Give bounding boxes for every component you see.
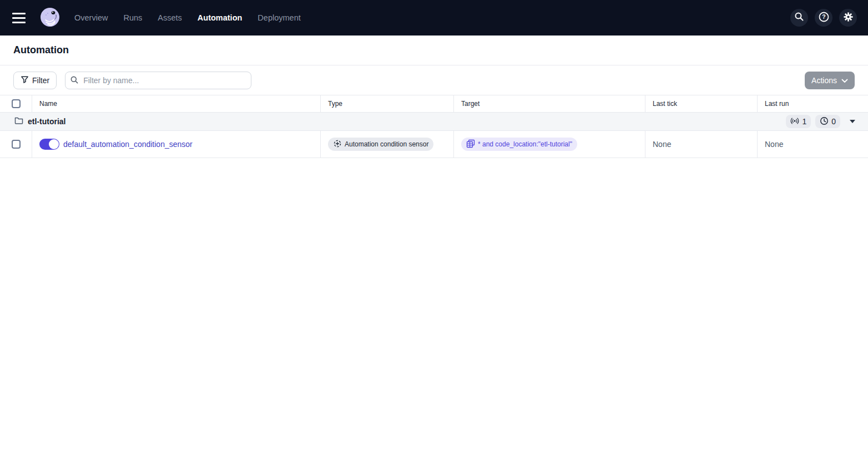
nav-item-runs[interactable]: Runs <box>123 13 142 22</box>
filter-button-label: Filter <box>32 76 49 85</box>
target-tag-label: * and code_location:"etl-tutorial" <box>478 140 572 148</box>
nav-item-overview[interactable]: Overview <box>74 13 108 22</box>
column-header-last-run: Last run <box>758 95 868 113</box>
asset-table-icon <box>466 139 475 150</box>
column-header-target: Target <box>454 95 645 113</box>
search-icon <box>70 75 79 87</box>
settings-button[interactable] <box>839 9 857 27</box>
actions-button[interactable]: Actions <box>805 72 855 89</box>
toggle-knob <box>49 139 59 149</box>
nav-item-deployment[interactable]: Deployment <box>258 13 300 22</box>
actions-button-label: Actions <box>811 76 837 85</box>
table-row: default_automation_condition_sensor Auto… <box>0 131 868 158</box>
automation-condition-icon <box>333 139 342 150</box>
select-all-checkbox[interactable] <box>12 99 21 108</box>
navbar-actions: ? <box>790 9 857 27</box>
filter-button[interactable]: Filter <box>13 72 57 89</box>
last-run-value: None <box>758 131 868 158</box>
type-tag: Automation condition sensor <box>328 138 433 151</box>
page-header: Automation <box>0 35 868 65</box>
nav-item-automation[interactable]: Automation <box>198 13 243 22</box>
clock-icon <box>820 116 829 127</box>
hamburger-menu-icon[interactable] <box>12 10 28 26</box>
sensor-icon <box>790 116 799 127</box>
sensor-count: 1 <box>802 117 806 126</box>
column-header-type: Type <box>321 95 454 113</box>
nav-item-assets[interactable]: Assets <box>158 13 182 22</box>
filter-by-name-input[interactable] <box>65 72 251 89</box>
name-filter <box>65 72 251 89</box>
schedule-count: 0 <box>831 117 836 126</box>
sensor-enabled-toggle[interactable] <box>39 139 59 150</box>
row-checkbox[interactable] <box>12 140 21 149</box>
group-name: etl-tutorial <box>28 117 65 126</box>
target-tag[interactable]: * and code_location:"etl-tutorial" <box>461 138 577 151</box>
main-nav: Overview Runs Assets Automation Deployme… <box>74 13 301 22</box>
top-navbar: Overview Runs Assets Automation Deployme… <box>0 0 868 35</box>
page-title: Automation <box>13 44 69 56</box>
schedule-count-badge: 0 <box>815 115 840 128</box>
search-icon <box>794 12 804 24</box>
sensor-name-link[interactable]: default_automation_condition_sensor <box>63 140 193 149</box>
search-button[interactable] <box>790 9 808 27</box>
svg-text:?: ? <box>822 13 825 20</box>
table-header-row: Name Type Target Last tick Last run <box>0 95 868 113</box>
group-expand-caret[interactable] <box>848 117 857 126</box>
group-row-etl-tutorial: etl-tutorial 1 0 <box>0 113 868 131</box>
folder-icon <box>14 116 23 126</box>
gear-icon <box>843 12 854 24</box>
dagster-logo[interactable] <box>39 7 61 29</box>
help-icon: ? <box>819 12 829 24</box>
type-tag-label: Automation condition sensor <box>345 140 428 148</box>
toolbar: Filter Actions <box>0 65 868 95</box>
sensor-count-badge: 1 <box>786 115 811 128</box>
automation-table: Name Type Target Last tick Last run etl-… <box>0 95 868 158</box>
chevron-down-icon <box>841 76 848 85</box>
column-header-name: Name <box>32 95 321 113</box>
last-tick-value: None <box>645 131 758 158</box>
help-button[interactable]: ? <box>815 9 832 27</box>
funnel-icon <box>21 75 29 85</box>
column-header-last-tick: Last tick <box>645 95 758 113</box>
caret-down-icon <box>850 120 855 123</box>
